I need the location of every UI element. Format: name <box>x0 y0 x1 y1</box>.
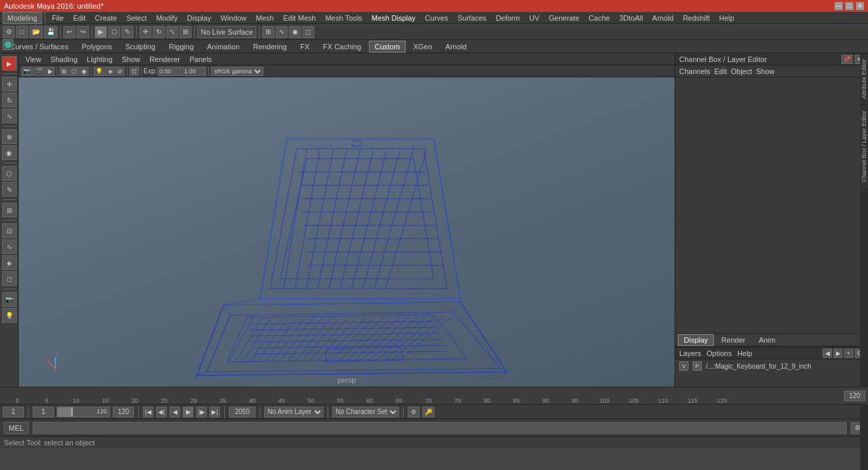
tab-render[interactable]: Render <box>715 334 751 346</box>
toolbar-snap-curve[interactable]: ∿ <box>276 26 288 38</box>
rotate-tool-btn[interactable]: ↻ <box>2 93 17 107</box>
layers-menu[interactable]: Layers <box>679 349 701 357</box>
menu-uv[interactable]: UV <box>525 13 543 23</box>
vp-camera-btn[interactable]: 📷 <box>21 67 33 76</box>
mode-selector[interactable]: Modeling <box>3 12 42 24</box>
toolbar-btn-1[interactable]: ⚙ <box>3 26 15 38</box>
shelf-xgen[interactable]: XGen <box>407 41 438 53</box>
key-settings-btn[interactable]: 🔑 <box>422 407 434 417</box>
light-btn[interactable]: 💡 <box>2 308 17 323</box>
mel-label[interactable]: MEL <box>4 422 29 434</box>
vp-ao-btn[interactable]: ⊘ <box>115 67 125 76</box>
toolbar-transform[interactable]: ⊞ <box>179 26 191 38</box>
shelf-custom[interactable]: Custom <box>369 41 406 53</box>
end-frame-input[interactable] <box>844 391 865 401</box>
vp-menu-view[interactable]: View <box>21 55 45 64</box>
toolbar-select[interactable]: ▶ <box>95 26 107 38</box>
toolbar-rotate[interactable]: ↻ <box>153 26 165 38</box>
playback-start-input[interactable] <box>33 407 54 417</box>
vp-menu-lighting[interactable]: Lighting <box>83 55 117 64</box>
shelf-fx-caching[interactable]: FX Caching <box>317 41 367 53</box>
layer-visibility-btn[interactable]: V <box>679 361 689 371</box>
exposure-input[interactable] <box>157 67 181 76</box>
range-end-2-input[interactable] <box>229 407 256 417</box>
colorspace-select[interactable]: sRGB gamma <box>211 67 264 76</box>
layer-next-btn[interactable]: ▶ <box>833 349 843 358</box>
menu-create[interactable]: Create <box>91 13 121 23</box>
gamma-input[interactable] <box>182 67 206 76</box>
snap-to-point-btn[interactable]: ◈ <box>2 255 17 270</box>
channels-menu[interactable]: Channels <box>679 67 710 75</box>
shelf-fx[interactable]: FX <box>294 41 316 53</box>
current-frame-input[interactable] <box>3 407 24 417</box>
menu-edit-mesh[interactable]: Edit Mesh <box>279 13 320 23</box>
tab-display[interactable]: Display <box>678 334 714 346</box>
menu-redshift[interactable]: Redshift <box>679 13 713 23</box>
universal-tool-btn[interactable]: ⊕ <box>2 129 17 144</box>
shelf-icon[interactable] <box>3 39 13 50</box>
3d-canvas[interactable]: Y X persp <box>19 77 675 387</box>
toolbar-paint[interactable]: ✎ <box>121 26 133 38</box>
menu-display[interactable]: Display <box>183 13 215 23</box>
toolbar-move[interactable]: ✛ <box>139 26 151 38</box>
shelf-sculpting[interactable]: Sculpting <box>119 41 161 53</box>
shelf-arnold[interactable]: Arnold <box>440 41 473 53</box>
toolbar-scale[interactable]: ⤡ <box>166 26 178 38</box>
playback-settings-btn[interactable]: ⚙ <box>408 407 420 417</box>
mel-input[interactable] <box>33 422 847 434</box>
anim-layer-select[interactable]: No Anim Layer <box>264 407 324 417</box>
shelf-rendering[interactable]: Rendering <box>247 41 293 53</box>
menu-mesh-tools[interactable]: Mesh Tools <box>321 13 366 23</box>
toolbar-redo[interactable]: ↪ <box>77 26 89 38</box>
snap-to-grid-btn[interactable]: ⊡ <box>2 223 17 238</box>
vp-menu-renderer[interactable]: Renderer <box>145 55 184 64</box>
camera-btn[interactable]: 📷 <box>2 292 17 307</box>
toolbar-save[interactable]: 💾 <box>44 26 57 38</box>
vp-render-btn[interactable]: ▶ <box>45 67 55 76</box>
play-fwd-btn[interactable]: ▶ <box>183 407 193 417</box>
shelf-animation[interactable]: Animation <box>201 41 246 53</box>
menu-file[interactable]: File <box>48 13 68 23</box>
scale-tool-btn[interactable]: ⤡ <box>2 109 17 123</box>
paint-select-btn[interactable]: ✎ <box>2 182 17 197</box>
character-set-select[interactable]: No Character Set <box>332 407 399 417</box>
vp-menu-shading[interactable]: Shading <box>47 55 81 64</box>
layer-buttons[interactable]: ◀ ▶ + ⚙ <box>823 349 864 358</box>
menu-deform[interactable]: Deform <box>492 13 524 23</box>
vp-wireframe-btn[interactable]: ⬡ <box>69 67 79 76</box>
soft-select-btn[interactable]: ◉ <box>2 145 17 160</box>
toolbar-snap-surface[interactable]: ◻ <box>302 26 314 38</box>
vp-film-btn[interactable]: 🎬 <box>33 67 45 76</box>
vp-smooth-btn[interactable]: ◉ <box>79 67 89 76</box>
menu-modify[interactable]: Modify <box>152 13 181 23</box>
layer-add-btn[interactable]: + <box>844 349 853 358</box>
menu-mesh[interactable]: Mesh <box>252 13 278 23</box>
menu-3dtoall[interactable]: 3DtoAll <box>615 13 646 23</box>
object-menu[interactable]: Object <box>731 67 752 75</box>
step-fwd-btn[interactable]: |▶ <box>196 407 207 417</box>
play-back-btn[interactable]: ◀ <box>169 407 180 417</box>
vp-menu-panels[interactable]: Panels <box>185 55 216 64</box>
toolbar-snap-point[interactable]: ◉ <box>289 26 301 38</box>
select-tool-btn[interactable]: ▶ <box>2 56 17 71</box>
shelf-curves-surfaces[interactable]: Curves / Surfaces <box>4 41 74 53</box>
snap-to-curve-btn[interactable]: ∿ <box>2 239 17 254</box>
layer-playback-btn[interactable]: P <box>693 361 702 371</box>
toolbar-lasso[interactable]: ⬡ <box>108 26 120 38</box>
show-manipulator-btn[interactable]: ⊞ <box>2 203 17 217</box>
timeline-numbers[interactable]: 0 5 10 15 20 25 29 35 40 45 50 55 60 65 … <box>0 387 841 404</box>
menu-generate[interactable]: Generate <box>544 13 583 23</box>
menu-cache[interactable]: Cache <box>584 13 614 23</box>
menu-curves[interactable]: Curves <box>421 13 452 23</box>
edit-menu[interactable]: Edit <box>714 67 727 75</box>
toolbar-open[interactable]: 📂 <box>29 26 43 38</box>
go-to-end-btn[interactable]: ▶| <box>209 407 220 417</box>
vp-shadow-btn[interactable]: ◈ <box>105 67 115 76</box>
panel-pin-btn[interactable]: 📌 <box>841 55 853 64</box>
tab-anim[interactable]: Anim <box>753 334 781 346</box>
snap-to-surface-btn[interactable]: ◻ <box>2 271 17 286</box>
menu-edit[interactable]: Edit <box>69 13 89 23</box>
minimize-button[interactable]: — <box>835 2 843 10</box>
menu-arnold[interactable]: Arnold <box>648 13 678 23</box>
playback-range-slider[interactable]: 120 <box>57 407 110 417</box>
